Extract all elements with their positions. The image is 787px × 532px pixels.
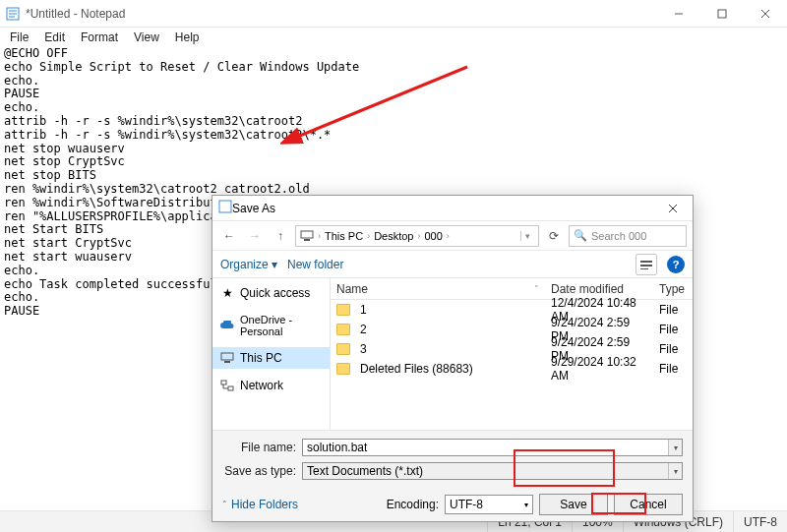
newfolder-button[interactable]: New folder (287, 258, 343, 271)
hidefolders-label: Hide Folders (231, 498, 298, 511)
saveas-sidebar: ★ Quick access OneDrive - Personal This … (212, 278, 331, 430)
file-row[interactable]: Deleted Files (88683) 9/29/2024 10:32 AM… (331, 359, 693, 379)
saveastype-value: Text Documents (*.txt) (307, 464, 423, 478)
sort-indicator-icon: ˄ (534, 284, 539, 294)
sidebar-label-quickaccess: Quick access (240, 286, 310, 300)
nav-forward-button[interactable]: → (244, 225, 266, 247)
file-date: 9/29/2024 10:32 AM (545, 355, 653, 383)
organize-menu[interactable]: Organize ▾ (220, 258, 277, 271)
menu-help[interactable]: Help (169, 30, 206, 44)
col-date[interactable]: Date modified (545, 282, 653, 296)
saveas-filelist: Name ˄ Date modified Type 1 12/4/2024 10… (331, 278, 693, 430)
col-name[interactable]: Name ˄ (331, 282, 545, 296)
breadcrumb-desktop[interactable]: Desktop (374, 230, 413, 242)
encoding-select[interactable]: UTF-8 ▾ (445, 495, 533, 514)
saveas-title: Save As (232, 202, 275, 215)
svg-rect-16 (640, 268, 648, 269)
saveas-body: ★ Quick access OneDrive - Personal This … (212, 278, 693, 431)
sidebar-label-network: Network (240, 379, 283, 392)
svg-rect-12 (301, 231, 313, 238)
search-icon: 🔍 (574, 229, 587, 242)
maximize-button[interactable] (700, 0, 744, 28)
menu-format[interactable]: Format (75, 30, 124, 44)
viewmode-button[interactable] (636, 254, 657, 275)
filename-value: solution.bat (307, 441, 367, 454)
saveas-close-button[interactable] (653, 196, 693, 221)
svg-rect-20 (228, 386, 233, 390)
menu-view[interactable]: View (128, 30, 165, 44)
breadcrumb-dropdown[interactable]: ▾ (520, 231, 534, 241)
thispc-icon (300, 229, 314, 243)
svg-rect-14 (640, 261, 652, 263)
svg-rect-15 (640, 265, 652, 266)
window-control-group (657, 0, 787, 28)
folder-icon (336, 324, 350, 335)
saveas-fields: File name: solution.bat ▾ Save as type: … (212, 431, 693, 488)
file-type: File (653, 362, 684, 376)
nav-back-button[interactable]: ← (218, 225, 240, 247)
svg-rect-13 (304, 239, 310, 241)
saveastype-label: Save as type: (222, 464, 296, 478)
breadcrumb-bar[interactable]: › This PC › Desktop › 000 › ▾ (295, 225, 539, 247)
svg-rect-18 (224, 361, 230, 363)
svg-rect-19 (221, 381, 226, 384)
breadcrumb-thispc[interactable]: This PC (325, 230, 363, 242)
notepad-title: *Untitled - Notepad (26, 7, 657, 21)
search-placeholder: Search 000 (591, 230, 646, 242)
nav-refresh-button[interactable]: ⟳ (543, 225, 565, 247)
filename-input[interactable]: solution.bat ▾ (302, 439, 683, 456)
star-icon: ★ (220, 286, 234, 300)
col-type[interactable]: Type (653, 282, 691, 296)
filename-label: File name: (222, 441, 296, 454)
status-enc: UTF-8 (733, 511, 787, 532)
file-name: Deleted Files (88683) (360, 362, 473, 376)
col-name-label: Name (336, 282, 368, 296)
encoding-value: UTF-8 (450, 498, 483, 511)
svg-rect-9 (219, 201, 231, 212)
search-box[interactable]: 🔍 Search 000 (569, 225, 687, 247)
svg-line-6 (761, 10, 769, 18)
saveas-actions: ˄ Hide Folders Encoding: UTF-8 ▾ Save Ca… (212, 488, 693, 521)
network-icon (220, 379, 234, 392)
folder-icon (336, 304, 350, 316)
file-type: File (653, 303, 684, 317)
saveas-titlebar: Save As (212, 196, 693, 221)
thispc-icon (220, 351, 234, 365)
notepad-menubar: File Edit Format View Help (0, 28, 787, 47)
saveas-icon (218, 200, 232, 216)
sidebar-label-thispc: This PC (240, 351, 282, 365)
saveas-toolbar: Organize ▾ New folder ? (212, 251, 693, 278)
sidebar-item-network[interactable]: Network (212, 375, 330, 396)
file-name: 1 (360, 303, 367, 317)
folder-icon (336, 343, 350, 355)
sidebar-item-thispc[interactable]: This PC (212, 347, 330, 369)
filename-history-dropdown[interactable]: ▾ (668, 440, 682, 455)
sidebar-label-onedrive: OneDrive - Personal (240, 314, 322, 337)
save-button[interactable]: Save (539, 494, 608, 515)
svg-line-7 (761, 10, 769, 18)
nav-up-button[interactable]: ↑ (270, 225, 291, 247)
file-type: File (653, 342, 684, 356)
file-name: 3 (360, 342, 367, 356)
saveas-navbar: ← → ↑ › This PC › Desktop › 000 › ▾ ⟳ 🔍 … (212, 221, 693, 251)
sidebar-item-quickaccess[interactable]: ★ Quick access (212, 282, 330, 304)
breadcrumb-000[interactable]: 000 (424, 230, 442, 242)
file-name: 2 (360, 323, 367, 336)
help-button[interactable]: ? (667, 256, 685, 273)
cloud-icon (220, 319, 234, 332)
minimize-button[interactable] (657, 0, 700, 28)
menu-file[interactable]: File (4, 30, 34, 44)
svg-rect-17 (221, 353, 233, 360)
sidebar-item-onedrive[interactable]: OneDrive - Personal (212, 310, 330, 341)
close-button[interactable] (744, 0, 787, 28)
svg-rect-5 (718, 10, 726, 18)
file-type: File (653, 323, 684, 336)
saveastype-dropdown[interactable]: ▾ (668, 463, 682, 479)
saveas-dialog: Save As ← → ↑ › This PC › Desktop › 000 … (212, 195, 694, 522)
menu-edit[interactable]: Edit (38, 30, 71, 44)
cancel-button[interactable]: Cancel (614, 494, 683, 515)
notepad-icon (6, 7, 20, 21)
hidefolders-toggle[interactable]: ˄ Hide Folders (222, 498, 298, 511)
notepad-titlebar: *Untitled - Notepad (0, 0, 787, 28)
saveastype-select[interactable]: Text Documents (*.txt) ▾ (302, 462, 683, 480)
